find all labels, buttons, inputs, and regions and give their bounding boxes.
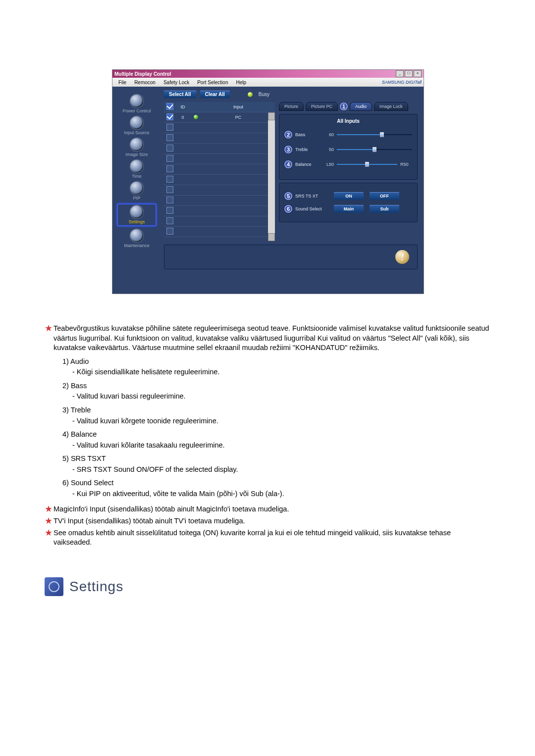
sidebar: Power Control Input Source Image Size Ti… bbox=[112, 87, 161, 294]
row-checkbox[interactable] bbox=[166, 217, 173, 224]
sound-select-label: Sound Select bbox=[295, 206, 331, 211]
menu-bar: File Remocon Safety Lock Port Selection … bbox=[112, 78, 424, 87]
sidebar-item-pip[interactable]: PIP bbox=[118, 182, 156, 201]
paragraph-intro: Teabevõrgustikus kuvatakse põhiline säte… bbox=[54, 324, 490, 353]
item-4-title: 4) Balance bbox=[62, 430, 490, 440]
row-checkbox[interactable] bbox=[166, 113, 173, 120]
table-row[interactable] bbox=[164, 123, 275, 133]
row-checkbox[interactable] bbox=[166, 145, 173, 151]
row-checkbox[interactable] bbox=[166, 134, 173, 141]
sidebar-item-input-source[interactable]: Input Source bbox=[118, 116, 156, 135]
image-size-icon bbox=[130, 138, 143, 151]
select-all-button[interactable]: Select All bbox=[164, 91, 196, 98]
note-power: See omadus kehtib ainult sisselülitatud … bbox=[54, 528, 490, 548]
row-checkbox[interactable] bbox=[166, 186, 173, 193]
status-light-icon bbox=[194, 115, 198, 119]
bass-slider[interactable] bbox=[337, 134, 412, 135]
srs-label: SRS TS XT bbox=[295, 194, 331, 199]
sound-select-main-button[interactable]: Main bbox=[334, 205, 364, 213]
col-input: Input bbox=[202, 104, 275, 109]
table-row[interactable] bbox=[164, 154, 275, 164]
star-icon: ★ bbox=[45, 504, 54, 514]
treble-slider[interactable] bbox=[337, 149, 412, 150]
table-row[interactable]: 0 PC bbox=[164, 112, 275, 123]
sidebar-label: Maintenance bbox=[124, 243, 150, 248]
app-window: Multiple Display Control _ □ × File Remo… bbox=[112, 69, 424, 294]
busy-label: Busy bbox=[259, 92, 269, 97]
menu-file[interactable]: File bbox=[114, 80, 130, 85]
tab-audio[interactable]: Audio bbox=[350, 102, 372, 111]
table-row[interactable] bbox=[164, 185, 275, 196]
row-checkbox[interactable] bbox=[166, 197, 173, 203]
col-checkbox bbox=[164, 103, 176, 111]
callout-1: 1 bbox=[340, 102, 348, 110]
table-row[interactable] bbox=[164, 164, 275, 175]
settings-tabs: Picture Picture PC 1 Audio Image Lock bbox=[279, 102, 418, 111]
close-icon[interactable]: × bbox=[414, 70, 422, 77]
input-icon bbox=[130, 116, 143, 129]
tab-picture[interactable]: Picture bbox=[279, 102, 304, 111]
slider-thumb-icon[interactable] bbox=[373, 147, 376, 152]
menu-help[interactable]: Help bbox=[232, 80, 250, 85]
power-icon bbox=[130, 95, 143, 107]
callout-2: 2 bbox=[284, 131, 292, 139]
menu-safety-lock[interactable]: Safety Lock bbox=[160, 80, 193, 85]
alert-icon: ! bbox=[395, 250, 409, 264]
gear-icon bbox=[130, 205, 143, 218]
item-1-desc: - Kõigi sisendiallikate helisätete regul… bbox=[72, 367, 490, 377]
sidebar-item-time[interactable]: Time bbox=[118, 160, 156, 179]
srs-on-button[interactable]: ON bbox=[334, 192, 364, 200]
sidebar-item-image-size[interactable]: Image Size bbox=[118, 138, 156, 157]
srs-sound-panel: 5 SRS TS XT ON OFF 6 Sound Select Main S bbox=[279, 183, 418, 222]
table-row[interactable] bbox=[164, 144, 275, 154]
row-checkbox[interactable] bbox=[166, 176, 173, 183]
balance-left: L50 bbox=[322, 162, 334, 167]
tab-picture-pc[interactable]: Picture PC bbox=[306, 102, 338, 111]
scroll-up-icon[interactable] bbox=[268, 112, 275, 120]
slider-thumb-icon[interactable] bbox=[380, 132, 384, 137]
sidebar-item-maintenance[interactable]: Maintenance bbox=[118, 229, 156, 248]
star-icon: ★ bbox=[45, 516, 54, 526]
menu-port-selection[interactable]: Port Selection bbox=[193, 80, 232, 85]
table-row[interactable] bbox=[164, 175, 275, 185]
col-id: ID bbox=[176, 104, 190, 109]
scroll-down-icon[interactable] bbox=[268, 233, 275, 241]
minimize-icon[interactable]: _ bbox=[396, 70, 404, 77]
srs-off-button[interactable]: OFF bbox=[370, 192, 399, 200]
table-row[interactable] bbox=[164, 133, 275, 144]
display-grid: ID Input 0 PC bbox=[164, 102, 275, 241]
clock-icon bbox=[130, 160, 143, 173]
row-checkbox[interactable] bbox=[166, 228, 173, 235]
table-row[interactable] bbox=[164, 216, 275, 227]
sound-select-sub-button[interactable]: Sub bbox=[370, 205, 399, 213]
sidebar-label: Image Size bbox=[125, 152, 148, 157]
table-row[interactable] bbox=[164, 196, 275, 206]
balance-slider[interactable] bbox=[337, 164, 397, 165]
slider-thumb-icon[interactable] bbox=[365, 162, 369, 167]
busy-indicator-icon bbox=[248, 92, 253, 97]
sidebar-label: Settings bbox=[129, 219, 145, 224]
item-5-title: 5) SRS TSXT bbox=[62, 454, 490, 464]
section-heading: Settings bbox=[45, 577, 535, 596]
clear-all-button[interactable]: Clear All bbox=[200, 91, 230, 98]
maximize-icon[interactable]: □ bbox=[405, 70, 413, 77]
row-checkbox[interactable] bbox=[166, 155, 173, 162]
row-checkbox[interactable] bbox=[166, 207, 173, 214]
sidebar-label: Time bbox=[132, 174, 142, 179]
row-checkbox[interactable] bbox=[166, 124, 173, 131]
sidebar-item-settings[interactable]: Settings bbox=[117, 203, 157, 226]
table-row[interactable] bbox=[164, 206, 275, 216]
star-icon: ★ bbox=[45, 528, 54, 548]
item-6-desc: - Kui PIP on aktiveeritud, võite te vali… bbox=[72, 489, 490, 499]
grid-header: ID Input bbox=[164, 102, 275, 112]
sidebar-item-power-control[interactable]: Power Control bbox=[118, 95, 156, 113]
row-checkbox[interactable] bbox=[166, 165, 173, 172]
grid-scrollbar[interactable] bbox=[268, 112, 275, 241]
table-row[interactable] bbox=[164, 227, 275, 237]
sidebar-label: Input Source bbox=[124, 130, 149, 135]
bass-value: 60 bbox=[322, 132, 334, 137]
title-bar: Multiple Display Control _ □ × bbox=[112, 70, 424, 78]
bass-label: Bass bbox=[295, 132, 319, 137]
tab-image-lock[interactable]: Image Lock bbox=[374, 102, 408, 111]
menu-remocon[interactable]: Remocon bbox=[130, 80, 160, 85]
